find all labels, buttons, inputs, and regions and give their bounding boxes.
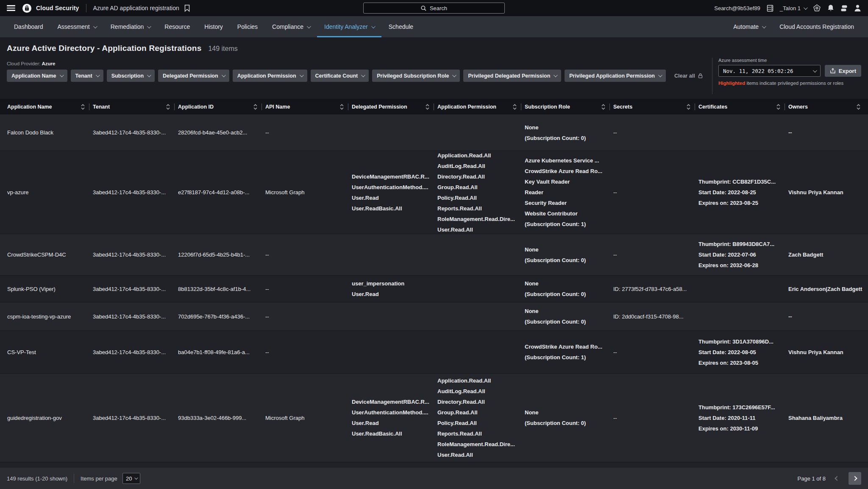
bookmark-icon[interactable]: [184, 5, 190, 12]
sort-control[interactable]: [81, 103, 85, 111]
cell-line: (Subscription Count: 0): [525, 289, 606, 299]
sort-icon[interactable]: [166, 103, 170, 111]
sort-control[interactable]: [339, 103, 344, 111]
user-profile-icon[interactable]: [854, 4, 861, 12]
chevron-down-icon: [93, 24, 97, 28]
cell-owners: Eric Anderson|Zach Badgett: [788, 284, 868, 294]
nav-item-cloud-accounts-registration[interactable]: Cloud Accounts Registration: [772, 16, 861, 37]
sort-icon[interactable]: [601, 103, 606, 111]
items-per-page-select[interactable]: 20: [122, 473, 140, 484]
cell-subscription-role: Azure Kubernetes Service ...CrowdStrike …: [525, 155, 613, 229]
lock-icon: [698, 73, 703, 78]
cell-line: DeviceManagementRBAC.R...: [352, 397, 431, 407]
filter-pill-label: Subscription: [111, 73, 144, 79]
filter-pill-subscription[interactable]: Subscription: [107, 70, 155, 82]
sort-icon[interactable]: [253, 103, 258, 111]
page-header: Azure Active Directory - Application Reg…: [0, 37, 868, 99]
sort-icon[interactable]: [856, 103, 861, 111]
cell-line: Application.Read.All: [437, 150, 518, 161]
console-switcher-icon[interactable]: [767, 5, 773, 12]
assessment-time-select[interactable]: Nov. 11, 2022 05:02:26: [718, 65, 821, 77]
cell-certificates: Thumbprint: CCB82F1D35C...Start Date: 20…: [698, 176, 788, 208]
cell-line: Eric Anderson|Zach Badgett: [788, 284, 861, 294]
sort-icon[interactable]: [776, 103, 781, 111]
column-header-certificates[interactable]: Certificates: [698, 99, 788, 115]
assessment-time-value: Nov. 11, 2022 05:02:26: [723, 68, 793, 74]
nav-item-schedule[interactable]: Schedule: [381, 16, 420, 37]
column-header-application-id[interactable]: Application ID: [178, 99, 265, 115]
table-row: vp-azure3abed412-17c4-4b35-8330-...e27f8…: [0, 151, 868, 234]
cell-line: Falcon Dodo Black: [7, 127, 86, 138]
hamburger-menu-icon[interactable]: [7, 5, 15, 11]
nav-item-resource[interactable]: Resource: [157, 16, 197, 37]
sort-control[interactable]: [601, 103, 606, 111]
filter-pill-certificate-count[interactable]: Certificate Count: [311, 70, 369, 82]
filter-pill-privileged-delegated-permission[interactable]: Privileged Delegated Permission: [463, 70, 561, 82]
sort-control[interactable]: [425, 103, 430, 111]
column-header-owners[interactable]: Owners: [788, 99, 868, 115]
filter-pill-label: Tenant: [75, 73, 92, 79]
notifications-bell-icon[interactable]: [827, 4, 834, 12]
previous-page-button[interactable]: [832, 472, 843, 485]
cell-line: RoleManagement.Read.Dire...: [437, 439, 518, 450]
tenant-switcher[interactable]: _Talon 1: [780, 5, 807, 11]
column-header-application-permission[interactable]: Application Permission: [437, 99, 525, 115]
primary-nav: DashboardAssessmentRemediationResourceHi…: [0, 16, 868, 37]
nav-item-compliance[interactable]: Compliance: [265, 16, 317, 37]
page-info: Page 1 of 8: [798, 475, 826, 482]
nav-item-remediation[interactable]: Remediation: [103, 16, 158, 37]
export-button[interactable]: Export: [825, 65, 861, 77]
sort-icon[interactable]: [339, 103, 344, 111]
sort-control[interactable]: [776, 103, 781, 111]
cell-line: (Subscription Count: 0): [525, 316, 606, 327]
sort-control[interactable]: [686, 103, 691, 111]
sort-icon[interactable]: [81, 103, 85, 111]
items-per-page-value: 20: [126, 475, 132, 482]
account-search-label[interactable]: Search@9b53ef89: [714, 5, 760, 11]
nav-item-policies[interactable]: Policies: [230, 16, 265, 37]
column-header-secrets[interactable]: Secrets: [613, 99, 698, 115]
column-header-subscription-role[interactable]: Subscription Role: [525, 99, 613, 115]
filter-pill-privileged-subscription-role[interactable]: Privileged Subscription Role: [372, 70, 460, 82]
sort-control[interactable]: [856, 103, 861, 111]
filter-pill-application-name[interactable]: Application Name: [7, 70, 67, 82]
sort-icon[interactable]: [512, 103, 517, 111]
cell-line: Vishnu Priya Kannan: [788, 187, 861, 198]
filter-pill-application-permission[interactable]: Application Permission: [233, 70, 307, 82]
cell-line: --: [613, 187, 692, 198]
cell-application-name: CrowdStrikeCSPM-D4C: [7, 249, 93, 260]
cell-owners: --: [788, 127, 868, 138]
filter-pill-delegated-permission[interactable]: Delegated Permission: [158, 70, 229, 82]
items-count: 149 items: [208, 45, 237, 53]
global-search-input[interactable]: Search: [363, 3, 505, 14]
cell-line: 3abed412-17c4-4b35-8330-...: [93, 249, 171, 260]
filter-pill-privileged-application-permission[interactable]: Privileged Application Permission: [565, 70, 666, 82]
nav-item-history[interactable]: History: [197, 16, 230, 37]
cell-subscription-role: None(Subscription Count: 0): [525, 122, 613, 143]
cell-line: Group.Read.All: [437, 182, 518, 193]
cell-line: Application.Read.All: [437, 375, 518, 386]
sort-control[interactable]: [166, 103, 170, 111]
column-header-tenant[interactable]: Tenant: [93, 99, 178, 115]
sort-control[interactable]: [253, 103, 258, 111]
messages-icon[interactable]: [840, 5, 848, 12]
filter-pill-tenant[interactable]: Tenant: [71, 70, 103, 82]
sort-icon[interactable]: [425, 103, 430, 111]
column-header-api-name[interactable]: API Name: [265, 99, 352, 115]
cell-line: Policy.Read.All: [437, 193, 518, 203]
sort-control[interactable]: [512, 103, 517, 111]
clear-all-filters-button[interactable]: Clear all: [674, 73, 703, 79]
next-page-button[interactable]: [849, 472, 861, 485]
badge-icon[interactable]: [813, 4, 821, 12]
nav-item-label: Dashboard: [14, 23, 43, 30]
cell-application-name: cspm-ioa-testing-vp-azure: [7, 311, 93, 322]
cell-line: Shahana Baliyambra: [788, 413, 861, 423]
column-header-application-name[interactable]: Application Name: [7, 99, 93, 115]
nav-item-assessment[interactable]: Assessment: [50, 16, 103, 37]
cell-owners: Vishnu Priya Kannan: [788, 347, 868, 358]
column-header-delegated-permission[interactable]: Delegated Permission: [352, 99, 437, 115]
nav-item-dashboard[interactable]: Dashboard: [7, 16, 50, 37]
sort-icon[interactable]: [686, 103, 691, 111]
nav-item-identity-analyzer[interactable]: Identity Analyzer: [317, 16, 381, 37]
nav-item-automate[interactable]: Automate: [726, 16, 772, 37]
